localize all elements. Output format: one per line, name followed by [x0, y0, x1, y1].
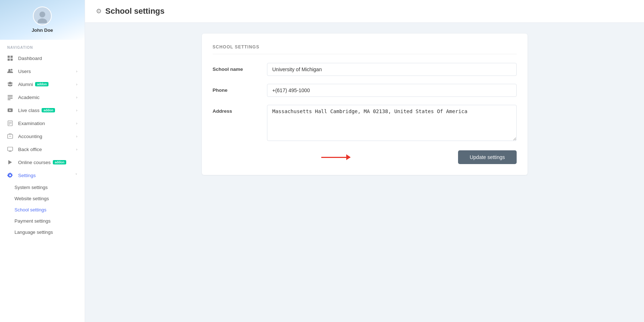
chevron-right-icon-back-office: › — [76, 147, 77, 151]
phone-input[interactable] — [267, 84, 517, 97]
sidebar-subitem-label-payment-settings: Payment settings — [14, 218, 51, 224]
sidebar-subitem-website-settings[interactable]: Website settings — [0, 193, 85, 204]
address-label: Address — [213, 105, 267, 114]
main-content: ⚙ School settings SCHOOL SETTINGS School… — [85, 0, 644, 322]
school-settings-card: SCHOOL SETTINGS School name Phone Addres… — [202, 34, 528, 175]
sidebar-item-users[interactable]: Users › — [0, 65, 85, 78]
sidebar-item-label-live-class: Live class — [18, 108, 39, 113]
sidebar-item-label-alumni: Alumni — [18, 82, 33, 87]
sidebar-item-alumni[interactable]: Alumni addon › — [0, 78, 85, 91]
sidebar-subitem-system-settings[interactable]: System settings — [0, 182, 85, 193]
user-name: John Doe — [31, 27, 53, 33]
addon-badge-live-class: addon — [42, 108, 55, 112]
sidebar-subitem-language-settings[interactable]: Language settings — [0, 227, 85, 238]
address-textarea[interactable] — [267, 105, 517, 141]
live-class-icon — [7, 107, 14, 113]
accounting-icon — [7, 133, 14, 139]
chevron-right-icon-academic: › — [76, 95, 77, 99]
phone-label: Phone — [213, 84, 267, 93]
page-header: ⚙ School settings — [85, 0, 644, 23]
dashboard-icon — [7, 55, 14, 61]
chevron-right-icon-examination: › — [76, 121, 77, 125]
section-title: SCHOOL SETTINGS — [213, 44, 517, 54]
sidebar-subitem-payment-settings[interactable]: Payment settings — [0, 215, 85, 227]
svg-point-3 — [11, 69, 13, 71]
users-icon — [7, 68, 14, 74]
chevron-right-icon-live-class: › — [76, 108, 77, 112]
school-name-input[interactable] — [267, 63, 517, 76]
chevron-right-icon-accounting: › — [76, 134, 77, 138]
settings-icon — [7, 172, 14, 178]
sidebar-item-label-dashboard: Dashboard — [18, 56, 42, 61]
chevron-down-icon-settings: ˅ — [75, 173, 77, 178]
svg-marker-19 — [8, 160, 12, 164]
sidebar-header: John Doe — [0, 0, 85, 40]
phone-input-wrap — [267, 84, 517, 97]
academic-icon — [7, 94, 14, 100]
svg-rect-6 — [8, 98, 13, 99]
svg-rect-4 — [8, 95, 13, 96]
addon-badge-alumni: addon — [35, 82, 48, 86]
content-area: SCHOOL SETTINGS School name Phone Addres… — [85, 23, 644, 322]
sidebar-item-label-users: Users — [18, 69, 31, 74]
back-office-icon — [7, 146, 14, 152]
sidebar-item-label-online-courses: Online courses — [18, 160, 51, 165]
form-actions: Update settings — [213, 150, 517, 164]
sidebar-subitem-school-settings[interactable]: School settings — [0, 204, 85, 215]
school-name-input-wrap — [267, 63, 517, 76]
sidebar-item-label-examination: Examination — [18, 121, 45, 126]
gear-icon: ⚙ — [96, 7, 102, 15]
sidebar-item-label-accounting: Accounting — [18, 134, 42, 139]
sidebar-item-settings[interactable]: Settings ˅ — [0, 169, 85, 182]
avatar — [33, 7, 52, 25]
svg-rect-7 — [8, 99, 10, 100]
chevron-right-icon: › — [76, 69, 77, 73]
examination-icon — [7, 120, 14, 126]
arrow-indicator — [321, 157, 350, 158]
sidebar-item-label-academic: Academic — [18, 95, 39, 100]
update-settings-button[interactable]: Update settings — [458, 150, 516, 164]
form-row-address: Address — [213, 105, 517, 142]
sidebar-item-examination[interactable]: Examination › — [0, 117, 85, 130]
sidebar-item-live-class[interactable]: Live class addon › — [0, 104, 85, 117]
sidebar: John Doe NAVIGATION Dashboard Users › Al… — [0, 0, 85, 322]
sidebar-item-back-office[interactable]: Back office › — [0, 143, 85, 156]
addon-badge-online-courses: addon — [53, 160, 66, 164]
svg-rect-16 — [8, 147, 13, 151]
sidebar-item-academic[interactable]: Academic › — [0, 91, 85, 104]
alumni-icon — [7, 81, 14, 87]
sidebar-subitem-label-language-settings: Language settings — [14, 229, 53, 235]
svg-point-1 — [38, 18, 47, 23]
page-title: School settings — [105, 7, 165, 16]
sidebar-item-online-courses[interactable]: Online courses addon — [0, 156, 85, 169]
sidebar-item-label-back-office: Back office — [18, 147, 42, 152]
address-input-wrap — [267, 105, 517, 142]
sidebar-subitem-label-school-settings: School settings — [14, 207, 46, 212]
online-courses-icon — [7, 159, 14, 165]
svg-rect-5 — [8, 96, 13, 97]
sidebar-item-label-settings: Settings — [18, 173, 36, 178]
svg-point-0 — [39, 12, 45, 17]
nav-section-label: NAVIGATION — [0, 40, 85, 52]
sidebar-item-accounting[interactable]: Accounting › — [0, 130, 85, 143]
arrow-line — [321, 157, 350, 158]
chevron-right-icon-alumni: › — [76, 82, 77, 86]
form-row-school-name: School name — [213, 63, 517, 76]
sidebar-subitem-label-system-settings: System settings — [14, 185, 48, 190]
sidebar-item-dashboard[interactable]: Dashboard — [0, 52, 85, 65]
form-row-phone: Phone — [213, 84, 517, 97]
sidebar-subitem-label-website-settings: Website settings — [14, 196, 49, 201]
school-name-label: School name — [213, 63, 267, 72]
